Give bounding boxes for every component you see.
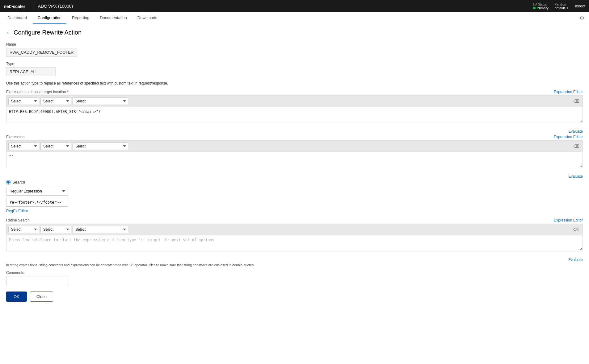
expr-section: Select Select Select ⌫ ""	[6, 140, 583, 168]
expr-select-2[interactable]: Select	[40, 143, 71, 150]
type-description: Use this action type to replace all refe…	[6, 81, 583, 85]
tab-downloads[interactable]: Downloads	[133, 12, 162, 24]
refine-search-section: Select Select Select ⌫ Press Control+Spa…	[6, 224, 583, 251]
refine-search-header-row: Refine Search Expression Editor	[6, 218, 583, 222]
user-label: nsroot	[575, 4, 585, 8]
expr-target-footer: Evaluate	[6, 128, 583, 135]
header-divider	[34, 2, 34, 10]
type-field-group: Type REPLACE_ALL	[6, 62, 583, 76]
expr-editor-link[interactable]: Expression Editor	[554, 135, 583, 139]
tab-reporting[interactable]: Reporting	[67, 12, 94, 24]
type-label: Type	[6, 62, 583, 66]
comments-label: Comments	[6, 271, 583, 275]
partition-value[interactable]: default ▼	[555, 6, 569, 10]
search-label: Search	[12, 180, 25, 184]
button-row: OK Close	[6, 292, 583, 302]
ha-status: HA Status Primary	[533, 3, 549, 10]
bottom-info: In string expressions, string constants …	[6, 263, 583, 267]
ha-status-label: HA Status	[533, 3, 547, 6]
expr-header-row: Expression Expression Editor	[6, 135, 583, 139]
name-label: Name	[6, 42, 583, 47]
regex-editor-link[interactable]: RegEx Editor	[6, 209, 28, 213]
page-header: ← Configure Rewrite Action	[6, 29, 583, 36]
expr-select-3[interactable]: Select	[73, 143, 128, 150]
name-field-group: Name RWA_CADDY_REMOVE_FOOTER	[6, 42, 583, 57]
expr-select-1[interactable]: Select	[8, 143, 39, 150]
search-value-input[interactable]	[6, 198, 68, 207]
refine-select-3[interactable]: Select	[73, 226, 128, 233]
partition-label: Partition	[555, 3, 566, 6]
expr-target-label: Expression to choose target location *	[6, 90, 68, 94]
partition-chevron-icon: ▼	[566, 6, 569, 10]
search-radio-label[interactable]: Search	[6, 180, 583, 184]
tab-documentation[interactable]: Documentation	[95, 12, 132, 24]
comments-input[interactable]	[6, 276, 68, 285]
back-button[interactable]: ←	[6, 30, 11, 35]
refine-search-editor-link[interactable]: Expression Editor	[554, 218, 583, 222]
tab-configuration[interactable]: Configuration	[33, 12, 66, 24]
type-value: REPLACE_ALL	[6, 67, 56, 76]
expr-target-select-3[interactable]: Select	[73, 97, 128, 105]
expr-dropdowns: Select Select Select ⌫	[6, 141, 583, 152]
expr-clear-button[interactable]: ⌫	[572, 143, 581, 149]
ok-button[interactable]: OK	[6, 292, 27, 302]
search-section: Search Regular Expression String Regex L…	[6, 180, 583, 213]
settings-icon[interactable]: ⚙	[577, 14, 587, 22]
expr-target-header-row: Expression to choose target location * E…	[6, 90, 583, 94]
expression-label: Expression	[6, 135, 24, 139]
search-type-dropdown[interactable]: Regular Expression String Regex Literal	[6, 187, 68, 196]
expr-target-evaluate-link[interactable]: Evaluate	[568, 129, 583, 134]
comments-field-group: Comments	[6, 271, 583, 285]
expr-target-dropdowns: Select Select Select ⌫	[6, 96, 583, 107]
page-content: ← Configure Rewrite Action Name RWA_CADD…	[0, 24, 589, 364]
ha-dot	[533, 7, 536, 9]
nav-tabs: Dashboard Configuration Reporting Docume…	[0, 12, 589, 24]
refine-select-1[interactable]: Select	[8, 226, 39, 233]
expr-target-editor-link[interactable]: Expression Editor	[554, 90, 583, 94]
expr-evaluate-link[interactable]: Evaluate	[568, 174, 583, 179]
refine-search-label: Refine Search	[6, 218, 30, 222]
refine-search-textarea[interactable]: Press Control+Space to start the express…	[6, 235, 583, 250]
logo: net>scaler	[4, 4, 25, 9]
expr-footer: Evaluate	[6, 173, 583, 180]
search-radio[interactable]	[6, 180, 11, 184]
refine-evaluate-link[interactable]: Evaluate	[568, 258, 583, 262]
ha-status-value: Primary	[533, 6, 549, 10]
close-button[interactable]: Close	[30, 292, 53, 302]
refine-select-2[interactable]: Select	[40, 226, 71, 233]
name-value: RWA_CADDY_REMOVE_FOOTER	[6, 48, 77, 57]
logo-text: net>scaler	[4, 4, 25, 9]
header-right: HA Status Primary Partition default ▼ ns…	[533, 3, 585, 10]
expr-target-clear-button[interactable]: ⌫	[572, 98, 581, 104]
refine-search-dropdowns: Select Select Select ⌫	[6, 224, 583, 235]
expr-target-section: Select Select Select ⌫ HTTP.RES.BODY(400…	[6, 95, 583, 123]
expr-target-select-2[interactable]: Select	[40, 97, 71, 105]
partition-section[interactable]: Partition default ▼	[555, 3, 569, 10]
expr-textarea[interactable]: ""	[6, 152, 583, 167]
refine-search-footer: Evaluate	[6, 256, 583, 263]
tab-dashboard[interactable]: Dashboard	[2, 12, 32, 24]
device-name: ADC VPX (10000)	[38, 4, 73, 9]
page-title: Configure Rewrite Action	[14, 29, 82, 36]
refine-clear-button[interactable]: ⌫	[572, 226, 581, 233]
expr-target-textarea[interactable]: HTTP.RES.BODY(40000).AFTER_STR("</main>"…	[6, 107, 583, 122]
expr-target-select-1[interactable]: Select	[8, 97, 39, 105]
header: net>scaler ADC VPX (10000) HA Status Pri…	[0, 0, 589, 12]
nav-right: ⚙	[577, 14, 587, 22]
